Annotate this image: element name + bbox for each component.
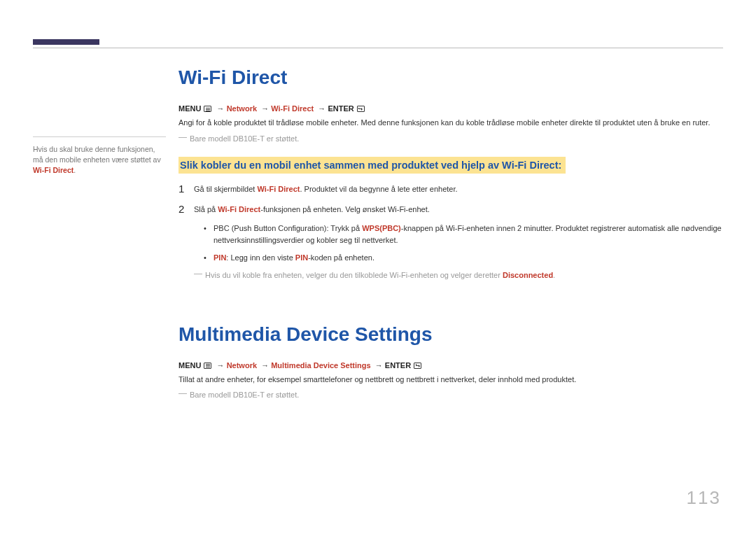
step-2-post: -funksjonen på enheten. Velg ønsket Wi-F… [260,205,430,213]
step-2-hl: Wi-Fi Direct [218,205,260,213]
step-1-post: . Produktet vil da begynne å lete etter … [300,185,458,193]
bullet-pin-post: -koden på enheten. [308,253,374,262]
path2-menu-label: MENU [178,361,201,370]
sidebar-note-pre: Hvis du skal bruke denne funksjonen, må … [33,145,161,164]
bullet-pin-hl1: PIN [214,253,226,262]
step-1-body: Gå til skjermbildet Wi-Fi Direct. Produk… [194,183,723,195]
enter-icon [414,363,421,369]
page-number: 113 [687,487,721,509]
step-1-number: 1 [178,183,194,194]
disconnect-note: Hvis du vil koble fra enheten, velger du… [194,269,723,281]
section2-model-note: Bare modell DB10E-T er støttet. [178,389,723,401]
main-content: Wi-Fi Direct MENU → Network → Wi-Fi Dire… [178,66,723,414]
step-2-number: 2 [178,204,194,214]
menu-path-multimedia: MENU → Network → Multimedia Device Setti… [178,361,723,370]
section-multimedia: Multimedia Device Settings MENU → Networ… [178,323,723,401]
section1-model-note: Bare modell DB10E-T er støttet. [178,133,723,145]
header-rule [33,48,723,48]
path2-enter-label: ENTER [385,361,411,370]
step-2-pre: Slå på [194,205,218,213]
path2-seg-mds: Multimedia Device Settings [271,361,370,370]
path-seg-network: Network [227,104,257,113]
path-seg-wifidirect: Wi-Fi Direct [271,104,314,113]
step-2: 2 Slå på Wi-Fi Direct-funksjonen på enhe… [178,204,723,281]
bullet-pin-hl2: PIN [295,253,308,262]
section1-description: Angi for å koble produktet til trådløse … [178,117,723,129]
step-2-body: Slå på Wi-Fi Direct-funksjonen på enhete… [194,204,723,281]
step-1: 1 Gå til skjermbildet Wi-Fi Direct. Prod… [178,183,723,195]
section-title-wifi-direct: Wi-Fi Direct [178,66,723,89]
path-menu-label: MENU [178,104,201,113]
bullet-pbc: PBC (Push Button Configuration): Trykk p… [194,223,723,246]
section-title-multimedia: Multimedia Device Settings [178,323,723,346]
step-1-pre: Gå til skjermbildet [194,185,257,193]
sidebar-note-hl: Wi-Fi Direct [33,166,74,174]
menu-path-wifi-direct: MENU → Network → Wi-Fi Direct → ENTER [178,104,723,113]
bullet-pin-mid: : Legg inn den viste [226,253,295,262]
sidebar-note-post: . [74,166,76,174]
path-enter-label: ENTER [328,104,354,113]
bullet-pin: PIN: Legg inn den viste PIN-koden på enh… [194,252,723,264]
menu-icon [204,363,211,369]
path2-seg-network: Network [227,361,257,370]
header-accent-bar [33,39,99,45]
bullet-pbc-hl: WPS(PBC) [362,224,401,232]
enter-icon [357,106,365,112]
disconnect-post: . [553,271,555,279]
bullet-pbc-pre: PBC (Push Button Configuration): Trykk p… [214,224,362,232]
disconnect-hl: Disconnected [503,271,553,279]
section1-subhead: Slik kobler du en mobil enhet sammen med… [178,157,566,174]
disconnect-pre: Hvis du vil koble fra enheten, velger du… [205,271,503,279]
menu-icon [204,106,211,112]
step-1-hl: Wi-Fi Direct [257,185,300,193]
section2-description: Tillat at andre enheter, for eksempel sm… [178,374,723,386]
sidebar-note: Hvis du skal bruke denne funksjonen, må … [33,136,166,176]
